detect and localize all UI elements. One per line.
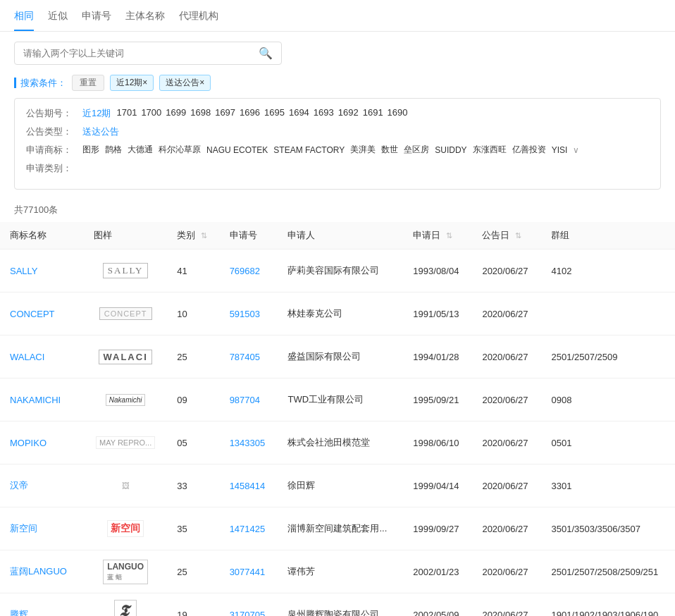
row-appno[interactable]: 769682 — [220, 250, 278, 292]
row-name[interactable]: SALLY — [0, 250, 84, 292]
period-1690[interactable]: 1690 — [388, 107, 408, 118]
row-logo: Nakamichi — [84, 378, 167, 421]
row-pubdate: 2020/06/27 — [472, 464, 541, 507]
row-category: 35 — [167, 507, 219, 550]
row-appno[interactable]: 1343305 — [220, 421, 278, 464]
search-icon[interactable]: 🔍 — [259, 47, 273, 60]
row-pubdate: 2020/06/27 — [472, 250, 541, 292]
th-group: 群组 — [541, 222, 675, 250]
search-input[interactable] — [23, 48, 259, 58]
row-appno[interactable]: 1471425 — [220, 507, 278, 550]
row-appdate: 2002/05/09 — [403, 593, 472, 617]
period-1692[interactable]: 1692 — [338, 107, 359, 118]
nav-item-same[interactable]: 相同 — [14, 10, 34, 31]
tm-1[interactable]: 鹊格 — [105, 144, 122, 156]
period-1700[interactable]: 1700 — [141, 107, 161, 118]
tag-type[interactable]: 送达公告× — [159, 75, 211, 91]
row-appno[interactable]: 1458414 — [220, 464, 278, 507]
total-count: 共77100条 — [0, 199, 675, 222]
type-link[interactable]: 送达公告 — [82, 125, 119, 138]
period-key: 公告期号： — [26, 107, 82, 120]
row-appdate: 1999/09/27 — [403, 507, 472, 550]
row-pubdate: 2020/06/27 — [472, 335, 541, 378]
nav-item-similar[interactable]: 近似 — [48, 10, 68, 31]
condition-trademark-row: 申请商标： 图形 鹊格 大德通 科尔沁草原 NAGU ECOTEK STEAM … — [26, 144, 649, 156]
tm-2[interactable]: 大德通 — [128, 144, 153, 156]
row-name[interactable]: 汉帝 — [0, 464, 84, 507]
row-appdate: 1994/01/28 — [403, 335, 472, 378]
row-category: 25 — [167, 550, 219, 593]
row-applicant: 泉州腾辉陶瓷有限公司 — [278, 593, 403, 617]
table-row: 腾辉 𝕿腾 辉 19 3170705 泉州腾辉陶瓷有限公司 2002/05/09… — [0, 593, 675, 617]
row-name[interactable]: 新空间 — [0, 507, 84, 550]
row-name[interactable]: WALACI — [0, 335, 84, 378]
tag-type-label: 送达公告× — [166, 77, 204, 89]
tm-9[interactable]: SUIDDY — [435, 145, 466, 155]
nav-item-appno[interactable]: 申请号 — [82, 10, 111, 31]
row-name[interactable]: 蓝阔LANGUO — [0, 550, 84, 593]
tm-4[interactable]: NAGU ECOTEK — [206, 145, 268, 155]
row-appno[interactable]: 3170705 — [220, 593, 278, 617]
period-link[interactable]: 近12期 — [82, 107, 111, 120]
period-1696[interactable]: 1696 — [240, 107, 260, 118]
table-row: 新空间 新空间 35 1471425 淄博新空间建筑配套用... 1999/09… — [0, 507, 675, 550]
row-logo: 𝕿腾 辉 — [84, 593, 167, 617]
table-row: NAKAMICHI Nakamichi 09 987704 TWD工业有限公司 … — [0, 378, 675, 421]
tm-10[interactable]: 东涨西旺 — [473, 144, 507, 156]
tm-8[interactable]: 垒区房 — [404, 144, 429, 156]
period-1695[interactable]: 1695 — [264, 107, 285, 118]
row-logo: MAY REPRO... — [84, 421, 167, 464]
row-appdate: 1999/04/14 — [403, 464, 472, 507]
row-name[interactable]: 腾辉 — [0, 593, 84, 617]
filter-label: 搜索条件： — [14, 77, 66, 90]
tm-6[interactable]: 美湃美 — [350, 144, 376, 156]
row-name[interactable]: MOPIKO — [0, 421, 84, 464]
period-1694[interactable]: 1694 — [289, 107, 309, 118]
row-pubdate: 2020/06/27 — [472, 292, 541, 335]
period-1693[interactable]: 1693 — [314, 107, 334, 118]
period-1699[interactable]: 1699 — [166, 107, 186, 118]
row-group: 4102 — [541, 250, 675, 292]
row-name[interactable]: CONCEPT — [0, 292, 84, 335]
condition-type-row: 公告类型： 送达公告 — [26, 125, 649, 138]
th-appdate[interactable]: 申请日 ⇅ — [403, 222, 472, 250]
row-applicant: 萨莉美容国际有限公司 — [278, 250, 403, 292]
appdate-sort-icon[interactable]: ⇅ — [446, 231, 452, 240]
period-1698[interactable]: 1698 — [190, 107, 211, 118]
category-sort-icon[interactable]: ⇅ — [201, 231, 207, 240]
tm-7[interactable]: 数世 — [381, 144, 398, 156]
condition-class-row: 申请类别： — [26, 162, 649, 175]
th-pubdate[interactable]: 公告日 ⇅ — [472, 222, 541, 250]
nav-item-entity[interactable]: 主体名称 — [125, 10, 165, 31]
row-appno[interactable]: 3077441 — [220, 550, 278, 593]
tm-12[interactable]: YISI — [552, 145, 568, 155]
tm-11[interactable]: 亿善投资 — [512, 144, 546, 156]
row-logo: 新空间 — [84, 507, 167, 550]
filter-label-text: 搜索条件： — [14, 78, 66, 88]
tm-5[interactable]: STEAM FACTORY — [273, 145, 345, 155]
row-appno[interactable]: 987704 — [220, 378, 278, 421]
row-appno[interactable]: 591503 — [220, 292, 278, 335]
period-1697[interactable]: 1697 — [215, 107, 235, 118]
row-group: 3301 — [541, 464, 675, 507]
nav-item-agent[interactable]: 代理机构 — [179, 10, 218, 31]
tm-0[interactable]: 图形 — [82, 144, 99, 156]
class-key: 申请类别： — [26, 162, 82, 175]
results-table: 商标名称 图样 类别 ⇅ 申请号 申请人 申请日 ⇅ 公告日 ⇅ 群组 SALL… — [0, 222, 675, 616]
row-name[interactable]: NAKAMICHI — [0, 378, 84, 421]
row-logo: WALACI — [84, 335, 167, 378]
pubdate-sort-icon[interactable]: ⇅ — [515, 231, 521, 240]
period-1691[interactable]: 1691 — [363, 107, 383, 118]
row-category: 10 — [167, 292, 219, 335]
th-category[interactable]: 类别 ⇅ — [167, 222, 219, 250]
th-applicant: 申请人 — [278, 222, 403, 250]
row-pubdate: 2020/06/27 — [472, 378, 541, 421]
table-row: CONCEPT CONCEPT 10 591503 林娃泰克公司 1991/05… — [0, 292, 675, 335]
reset-button[interactable]: 重置 — [72, 75, 104, 91]
expand-button[interactable]: ∨ — [573, 145, 579, 155]
row-appno[interactable]: 787405 — [220, 335, 278, 378]
table-row: SALLY SALLY 41 769682 萨莉美容国际有限公司 1993/08… — [0, 250, 675, 292]
tm-3[interactable]: 科尔沁草原 — [159, 144, 201, 156]
period-1701[interactable]: 1701 — [116, 107, 137, 118]
tag-period[interactable]: 近12期× — [110, 75, 154, 91]
